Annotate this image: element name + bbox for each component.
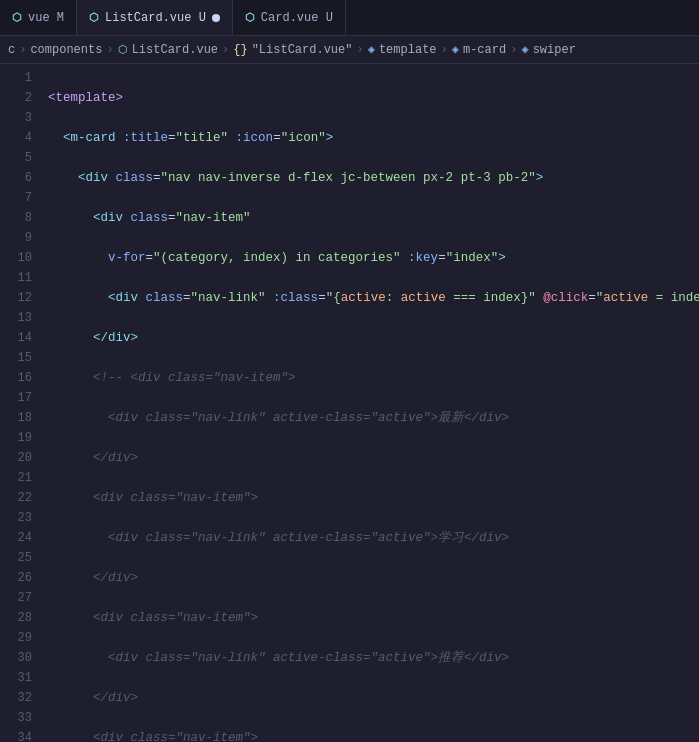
breadcrumb-sep: ›	[441, 43, 448, 57]
swiper-breadcrumb-icon: ◈	[521, 42, 528, 57]
mcard-breadcrumb-icon: ◈	[452, 42, 459, 57]
line-numbers: 12345 678910 1112131415 1617181920 21222…	[0, 64, 40, 742]
tab-vue-m[interactable]: ⬡ vue M	[0, 0, 77, 35]
breadcrumb-item[interactable]: "ListCard.vue"	[252, 43, 353, 57]
code-line-8: <!-- <div class="nav-item">	[48, 368, 699, 388]
vue-icon: ⬡	[245, 11, 255, 24]
code-line-5: v-for="(category, index) in categories" …	[48, 248, 699, 268]
template-breadcrumb-icon: ◈	[368, 42, 375, 57]
tab-label: Card.vue U	[261, 11, 333, 25]
breadcrumb-item[interactable]: swiper	[533, 43, 576, 57]
code-line-11: <div class="nav-item">	[48, 488, 699, 508]
tab-bar: ⬡ vue M ⬡ ListCard.vue U ⬡ Card.vue U	[0, 0, 699, 36]
breadcrumb-item[interactable]: m-card	[463, 43, 506, 57]
breadcrumb-sep: ›	[510, 43, 517, 57]
code-line-12: <div class="nav-link" active-class="acti…	[48, 528, 699, 548]
code-editor: 12345 678910 1112131415 1617181920 21222…	[0, 64, 699, 742]
code-line-1: <template>	[48, 88, 699, 108]
tab-listcard[interactable]: ⬡ ListCard.vue U	[77, 0, 233, 35]
code-line-15: <div class="nav-link" active-class="acti…	[48, 648, 699, 668]
code-line-16: </div>	[48, 688, 699, 708]
breadcrumb-sep: ›	[106, 43, 113, 57]
breadcrumb-item[interactable]: ListCard.vue	[132, 43, 218, 57]
breadcrumb-item[interactable]: c	[8, 43, 15, 57]
breadcrumb-item[interactable]: template	[379, 43, 437, 57]
code-line-7: </div>	[48, 328, 699, 348]
breadcrumb-sep: ›	[19, 43, 26, 57]
code-line-6: <div class="nav-link" :class="{active: a…	[48, 288, 699, 308]
vue-breadcrumb-icon: ⬡	[118, 43, 128, 56]
tab-card[interactable]: ⬡ Card.vue U	[233, 0, 346, 35]
code-line-17: <div class="nav-item">	[48, 728, 699, 742]
breadcrumb-sep: ›	[356, 43, 363, 57]
code-line-13: </div>	[48, 568, 699, 588]
code-line-3: <div class="nav nav-inverse d-flex jc-be…	[48, 168, 699, 188]
modified-indicator	[212, 14, 220, 22]
vue-icon: ⬡	[12, 11, 22, 24]
tab-label: ListCard.vue U	[105, 11, 206, 25]
code-line-4: <div class="nav-item"	[48, 208, 699, 228]
code-line-10: </div>	[48, 448, 699, 468]
vue-icon: ⬡	[89, 11, 99, 24]
code-content[interactable]: <template> <m-card :title="title" :icon=…	[40, 64, 699, 742]
code-line-14: <div class="nav-item">	[48, 608, 699, 628]
code-line-9: <div class="nav-link" active-class="acti…	[48, 408, 699, 428]
code-line-2: <m-card :title="title" :icon="icon">	[48, 128, 699, 148]
object-breadcrumb-icon: {}	[233, 43, 247, 57]
tab-label: vue M	[28, 11, 64, 25]
breadcrumb: c › components › ⬡ ListCard.vue › {} "Li…	[0, 36, 699, 64]
breadcrumb-sep: ›	[222, 43, 229, 57]
breadcrumb-item[interactable]: components	[30, 43, 102, 57]
